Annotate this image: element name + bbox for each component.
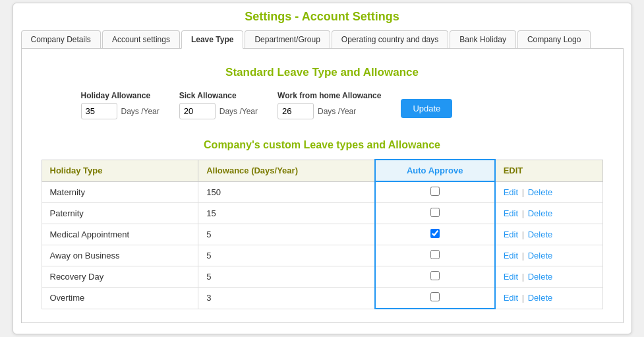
holiday-allowance-input[interactable] [81, 103, 117, 119]
tab-leave-type[interactable]: Leave Type [181, 30, 243, 49]
table-row: Recovery Day5Edit | Delete [42, 266, 602, 288]
update-button[interactable]: Update [401, 99, 452, 118]
allowance-row: Holiday Allowance Days /Year Sick Allowa… [42, 91, 603, 119]
tab-company-details[interactable]: Company Details [21, 30, 101, 48]
holiday-allowance-label: Holiday Allowance [81, 91, 160, 100]
pipe-separator: | [519, 230, 527, 239]
sick-allowance-group: Sick Allowance Days /Year [179, 91, 258, 119]
cell-allowance: 3 [198, 288, 375, 309]
cell-allowance: 150 [198, 181, 375, 203]
page-title: Settings - Account Settings [21, 10, 624, 24]
tab-bank-holiday[interactable]: Bank Holiday [450, 30, 516, 48]
table-row: Paternity15Edit | Delete [42, 203, 602, 224]
pipe-separator: | [519, 272, 527, 282]
cell-holiday-type: Recovery Day [42, 266, 198, 288]
wfh-days-label: Days /Year [318, 107, 356, 116]
tab-operating-country[interactable]: Operating country and days [332, 30, 448, 48]
tab-company-logo[interactable]: Company Logo [517, 30, 591, 48]
delete-link[interactable]: Delete [528, 272, 553, 282]
settings-container: Settings - Account Settings Company Deta… [13, 3, 632, 334]
table-row: Maternity150Edit | Delete [42, 181, 602, 203]
delete-link[interactable]: Delete [528, 208, 553, 218]
table-row: Away on Business5Edit | Delete [42, 245, 602, 266]
cell-holiday-type: Overtime [42, 288, 198, 309]
auto-approve-checkbox[interactable] [430, 229, 440, 238]
col-auto-approve: Auto Approve [375, 160, 495, 181]
wfh-allowance-input-row: Days /Year [278, 103, 381, 119]
cell-auto-approve [375, 181, 495, 203]
pipe-separator: | [519, 208, 527, 218]
wfh-allowance-group: Work from home Allowance Days /Year [278, 91, 381, 119]
cell-holiday-type: Paternity [42, 203, 198, 224]
cell-edit: Edit | Delete [495, 224, 602, 245]
cell-edit: Edit | Delete [495, 266, 602, 288]
col-allowance: Allowance (Days/Year) [198, 160, 375, 181]
edit-link[interactable]: Edit [504, 230, 518, 239]
table-row: Medical Appointment5Edit | Delete [42, 224, 602, 245]
content-area: Standard Leave Type and Allowance Holida… [21, 49, 624, 323]
table-row: Overtime3Edit | Delete [42, 288, 602, 309]
auto-approve-checkbox[interactable] [430, 250, 440, 259]
sick-days-label: Days /Year [220, 107, 258, 116]
custom-leave-title: Company's custom Leave types and Allowan… [42, 139, 603, 151]
edit-link[interactable]: Edit [504, 293, 518, 303]
delete-link[interactable]: Delete [528, 187, 553, 197]
cell-allowance: 5 [198, 224, 375, 245]
cell-allowance: 15 [198, 203, 375, 224]
tab-department-group[interactable]: Department/Group [245, 30, 330, 48]
sick-allowance-input[interactable] [179, 103, 216, 119]
cell-auto-approve [375, 245, 495, 266]
auto-approve-checkbox[interactable] [430, 292, 440, 301]
standard-leave-title: Standard Leave Type and Allowance [42, 66, 603, 79]
edit-link[interactable]: Edit [504, 272, 518, 282]
tab-bar: Company Details Account settings Leave T… [21, 30, 624, 49]
cell-auto-approve [375, 266, 495, 288]
wfh-allowance-label: Work from home Allowance [278, 91, 381, 100]
auto-approve-checkbox[interactable] [430, 271, 440, 280]
delete-link[interactable]: Delete [528, 293, 553, 303]
cell-edit: Edit | Delete [495, 203, 602, 224]
holiday-allowance-group: Holiday Allowance Days /Year [81, 91, 160, 119]
cell-holiday-type: Medical Appointment [42, 224, 198, 245]
cell-holiday-type: Maternity [42, 181, 198, 203]
delete-link[interactable]: Delete [528, 251, 553, 260]
cell-auto-approve [375, 288, 495, 309]
col-holiday-type: Holiday Type [42, 160, 198, 181]
cell-edit: Edit | Delete [495, 288, 602, 309]
cell-auto-approve [375, 203, 495, 224]
col-edit: EDIT [495, 160, 602, 181]
tab-account-settings[interactable]: Account settings [102, 30, 180, 48]
table-header-row: Holiday Type Allowance (Days/Year) Auto … [42, 160, 602, 181]
edit-link[interactable]: Edit [504, 208, 518, 218]
edit-link[interactable]: Edit [504, 187, 518, 197]
holiday-days-label: Days /Year [121, 107, 160, 116]
cell-edit: Edit | Delete [495, 181, 602, 203]
auto-approve-checkbox[interactable] [430, 187, 440, 196]
pipe-separator: | [519, 293, 527, 303]
pipe-separator: | [519, 251, 527, 260]
cell-allowance: 5 [198, 266, 375, 288]
sick-allowance-label: Sick Allowance [179, 91, 258, 100]
cell-auto-approve [375, 224, 495, 245]
cell-edit: Edit | Delete [495, 245, 602, 266]
cell-allowance: 5 [198, 245, 375, 266]
auto-approve-checkbox[interactable] [430, 208, 440, 217]
cell-holiday-type: Away on Business [42, 245, 198, 266]
wfh-allowance-input[interactable] [278, 103, 314, 119]
delete-link[interactable]: Delete [528, 230, 553, 239]
holiday-allowance-input-row: Days /Year [81, 103, 160, 119]
custom-leave-table: Holiday Type Allowance (Days/Year) Auto … [42, 159, 603, 309]
pipe-separator: | [519, 187, 527, 197]
sick-allowance-input-row: Days /Year [179, 103, 258, 119]
edit-link[interactable]: Edit [504, 251, 518, 260]
